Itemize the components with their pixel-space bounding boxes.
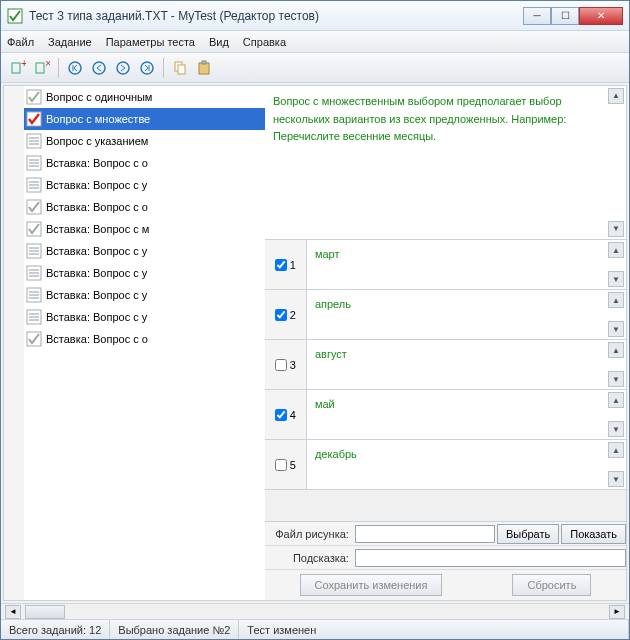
answer-text-area[interactable]: август▲▼ [307,340,626,389]
scroll-up-icon[interactable]: ▲ [608,88,624,104]
check-grey-icon [26,331,42,347]
app-icon [7,8,23,24]
tree-item[interactable]: Вставка: Вопрос с у [24,240,265,262]
answer-checkbox[interactable] [275,359,287,371]
tree-item[interactable]: Вставка: Вопрос с м [24,218,265,240]
minimize-button[interactable]: ─ [523,7,551,25]
answer-text-area[interactable]: апрель▲▼ [307,290,626,339]
menu-help[interactable]: Справка [243,36,286,48]
scroll-up-icon[interactable]: ▲ [608,242,624,258]
answer-number-cell: 5 [265,440,307,489]
tree-del-icon[interactable]: × [31,57,53,79]
scroll-up-icon[interactable]: ▲ [608,292,624,308]
answer-checkbox[interactable] [275,409,287,421]
menu-task[interactable]: Задание [48,36,92,48]
lines-icon [26,155,42,171]
paste-icon[interactable] [193,57,215,79]
reset-button[interactable]: Сбросить [512,574,591,596]
answer-number: 4 [290,409,296,421]
scroll-down-icon[interactable]: ▼ [608,271,624,287]
show-button[interactable]: Показать [561,524,626,544]
status-selected: Выбрано задание №2 [110,620,239,639]
scroll-down-icon[interactable]: ▼ [608,321,624,337]
menu-test-params[interactable]: Параметры теста [106,36,195,48]
answer-number: 5 [290,459,296,471]
tree-item[interactable]: Вопрос с одиночным [24,86,265,108]
check-red-icon [26,111,42,127]
nav-prev-icon[interactable] [88,57,110,79]
answer-row: 1март▲▼ [265,240,626,290]
svg-rect-10 [178,65,185,74]
nav-next-icon[interactable] [112,57,134,79]
image-file-input[interactable] [355,525,495,543]
question-text-area[interactable]: Вопрос с множественным выбором предполаг… [265,86,626,240]
toolbar-separator [163,58,164,78]
answer-text-area[interactable]: декабрь▲▼ [307,440,626,489]
scroll-down-icon[interactable]: ▼ [608,371,624,387]
svg-rect-3 [36,63,44,73]
toolbar: + × [1,53,629,83]
svg-point-5 [69,62,81,74]
tree-item[interactable]: Вставка: Вопрос с о [24,328,265,350]
lines-icon [26,265,42,281]
answer-checkbox[interactable] [275,309,287,321]
svg-rect-12 [202,61,206,64]
tree-item[interactable]: Вставка: Вопрос с у [24,306,265,328]
scroll-right-icon[interactable]: ► [609,605,625,619]
close-button[interactable]: ✕ [579,7,623,25]
lines-icon [26,287,42,303]
answer-text: апрель [315,298,351,310]
lines-icon [26,243,42,259]
answer-number: 3 [290,359,296,371]
answer-number: 2 [290,309,296,321]
file-section: Файл рисунка: Выбрать Показать Подсказка… [265,521,626,600]
nav-last-icon[interactable] [136,57,158,79]
image-file-row: Файл рисунка: Выбрать Показать [265,522,626,546]
menu-file[interactable]: Файл [7,36,34,48]
tree-item-label: Вопрос с одиночным [46,91,152,103]
tree-add-icon[interactable]: + [7,57,29,79]
copy-icon[interactable] [169,57,191,79]
tree-item-label: Вставка: Вопрос с у [46,311,147,323]
tree-item[interactable]: Вставка: Вопрос с у [24,284,265,306]
check-grey-icon [26,89,42,105]
svg-text:×: × [45,60,50,69]
scroll-down-icon[interactable]: ▼ [608,471,624,487]
maximize-button[interactable]: ☐ [551,7,579,25]
check-grey-icon [26,199,42,215]
hint-input[interactable] [355,549,626,567]
scroll-up-icon[interactable]: ▲ [608,392,624,408]
horizontal-scrollbar[interactable]: ◄ ► [1,603,629,619]
scroll-thumb[interactable] [25,605,65,619]
tree-item[interactable]: Вставка: Вопрос с о [24,152,265,174]
question-tree[interactable]: Вопрос с одиночнымВопрос с множествеВопр… [24,86,265,600]
status-changed: Тест изменен [239,620,629,639]
answer-text-area[interactable]: март▲▼ [307,240,626,289]
scroll-up-icon[interactable]: ▲ [608,442,624,458]
left-gutter [4,86,24,600]
scroll-down-icon[interactable]: ▼ [608,421,624,437]
scroll-down-icon[interactable]: ▼ [608,221,624,237]
tree-item[interactable]: Вставка: Вопрос с у [24,174,265,196]
tree-item[interactable]: Вставка: Вопрос с у [24,262,265,284]
scroll-up-icon[interactable]: ▲ [608,342,624,358]
choose-button[interactable]: Выбрать [497,524,559,544]
menu-view[interactable]: Вид [209,36,229,48]
tree-item[interactable]: Вставка: Вопрос с о [24,196,265,218]
save-changes-button[interactable]: Сохранить изменения [300,574,443,596]
tree-item[interactable]: Вопрос с множестве [24,108,265,130]
answer-text-area[interactable]: май▲▼ [307,390,626,439]
status-total: Всего заданий: 12 [1,620,110,639]
svg-point-8 [141,62,153,74]
answer-checkbox[interactable] [275,259,287,271]
action-row: Сохранить изменения Сбросить [265,570,626,600]
scroll-left-icon[interactable]: ◄ [5,605,21,619]
svg-point-7 [117,62,129,74]
left-panel: Вопрос с одиночнымВопрос с множествеВопр… [4,86,265,600]
answer-text: март [315,248,340,260]
nav-first-icon[interactable] [64,57,86,79]
tree-item-label: Вставка: Вопрос с о [46,333,148,345]
answer-checkbox[interactable] [275,459,287,471]
tree-item[interactable]: Вопрос с указанием [24,130,265,152]
answer-number-cell: 4 [265,390,307,439]
